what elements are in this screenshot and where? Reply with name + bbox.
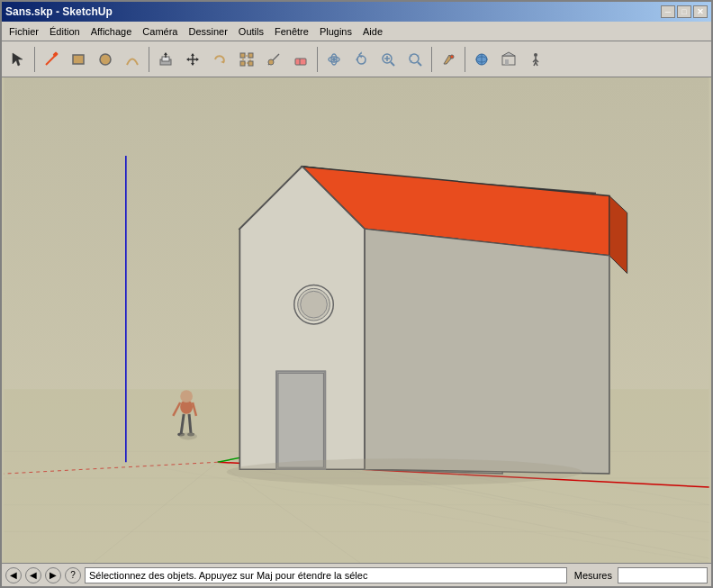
svg-line-83 (189, 414, 191, 434)
measures-label: Mesures (571, 570, 616, 581)
status-bar: ◀ ◀ ▶ ? Sélectionnez des objets. Appuyez… (2, 563, 711, 586)
svg-rect-18 (248, 53, 253, 58)
status-play-button[interactable]: ▶ (45, 567, 61, 583)
toolbar (2, 41, 711, 77)
svg-point-22 (268, 59, 274, 65)
menu-outils[interactable]: Outils (233, 24, 269, 39)
tape-tool-button[interactable] (261, 47, 286, 72)
menu-aide[interactable]: Aide (357, 24, 388, 39)
svg-marker-39 (502, 52, 515, 56)
svg-line-29 (391, 62, 394, 66)
svg-rect-20 (248, 61, 253, 66)
toolbar-separator-1 (34, 47, 35, 72)
measures-box: Mesures (571, 567, 708, 583)
menu-plugins[interactable]: Plugins (314, 24, 357, 39)
status-prev-button[interactable]: ◀ (5, 567, 22, 583)
toolbar-separator-5 (465, 47, 465, 72)
walkthrough-tool-button[interactable] (523, 47, 548, 72)
geo-tool-button[interactable] (469, 47, 494, 72)
svg-point-76 (301, 291, 328, 318)
arc-tool-button[interactable] (120, 47, 145, 72)
paint-tool-button[interactable] (436, 47, 461, 72)
svg-point-88 (179, 433, 197, 440)
menu-dessiner[interactable]: Dessiner (183, 24, 232, 39)
rect-tool-button[interactable] (66, 47, 91, 72)
svg-rect-17 (240, 53, 245, 58)
svg-point-27 (332, 58, 336, 61)
move-tool-button[interactable] (180, 47, 205, 72)
svg-rect-3 (73, 55, 84, 64)
close-button[interactable]: ✕ (693, 5, 708, 18)
window-title: Sans.skp - SketchUp (5, 5, 113, 18)
svg-marker-72 (365, 229, 609, 474)
toolbar-separator-2 (149, 47, 149, 72)
component-tool-button[interactable] (496, 47, 521, 72)
menu-bar: Fichier Édition Affichage Caméra Dessine… (2, 22, 711, 41)
toolbar-separator-3 (317, 47, 318, 72)
menu-fenetre[interactable]: Fenêtre (269, 24, 314, 39)
sketchup-scene[interactable] (2, 77, 711, 563)
circle-tool-button[interactable] (93, 47, 118, 72)
svg-point-34 (450, 55, 454, 59)
svg-point-4 (100, 54, 111, 65)
menu-affichage[interactable]: Affichage (86, 24, 138, 39)
menu-fichier[interactable]: Fichier (4, 24, 44, 39)
svg-line-46 (536, 62, 537, 66)
svg-point-81 (180, 390, 193, 403)
push-pull-tool-button[interactable] (153, 47, 178, 72)
scale-tool-button[interactable] (234, 47, 259, 72)
zoom-tool-button[interactable] (375, 47, 401, 72)
pan-tool-button[interactable] (348, 47, 374, 72)
minimize-button[interactable]: ─ (661, 5, 675, 18)
zoom-extents-button[interactable] (402, 47, 428, 72)
svg-rect-23 (295, 59, 306, 65)
svg-marker-0 (13, 53, 23, 66)
line-tool-button[interactable] (39, 47, 64, 72)
svg-point-89 (227, 458, 583, 485)
viewport[interactable] (2, 77, 711, 563)
status-next-button[interactable]: ◀ (25, 567, 41, 583)
svg-marker-8 (164, 52, 167, 55)
svg-line-33 (418, 62, 421, 66)
svg-rect-40 (505, 59, 509, 65)
menu-camera[interactable]: Caméra (137, 24, 183, 39)
menu-edition[interactable]: Édition (44, 24, 86, 39)
measures-input[interactable] (618, 567, 708, 583)
orbit-tool-button[interactable] (321, 47, 347, 72)
application-window: Sans.skp - SketchUp ─ □ ✕ Fichier Éditio… (0, 0, 713, 588)
eraser-tool-button[interactable] (288, 47, 313, 72)
status-message: Sélectionnez des objets. Appuyez sur Maj… (85, 567, 567, 583)
rotate-tool-button[interactable] (207, 47, 232, 72)
svg-rect-78 (278, 373, 323, 467)
title-bar: Sans.skp - SketchUp ─ □ ✕ (2, 2, 711, 22)
svg-point-41 (534, 53, 537, 57)
title-bar-controls: ─ □ ✕ (661, 5, 708, 18)
status-help-button[interactable]: ? (65, 567, 81, 583)
select-tool-button[interactable] (5, 47, 31, 72)
svg-rect-19 (240, 61, 245, 66)
maximize-button[interactable]: □ (677, 5, 691, 18)
toolbar-separator-4 (431, 47, 432, 72)
